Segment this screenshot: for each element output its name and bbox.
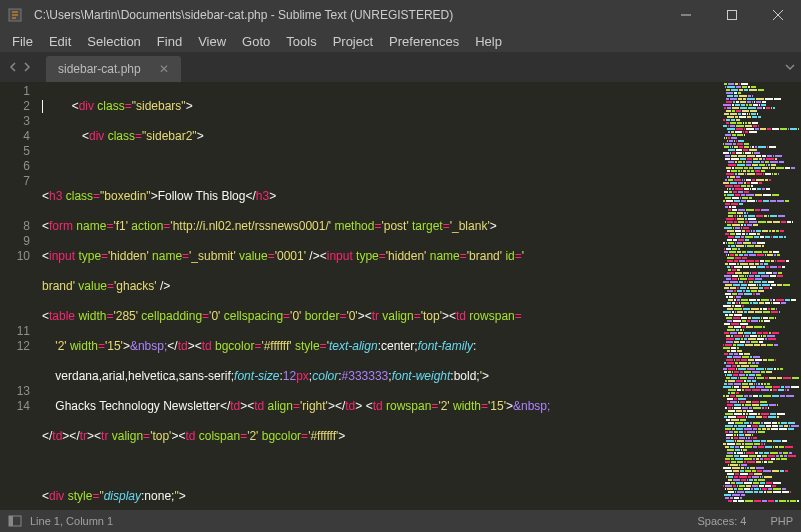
menu-help[interactable]: Help (467, 32, 510, 51)
app-icon (0, 7, 30, 23)
menu-find[interactable]: Find (149, 32, 190, 51)
window-title: C:\Users\Martin\Documents\sidebar-cat.ph… (30, 8, 663, 22)
minimap[interactable] (721, 82, 801, 510)
tabstrip: sidebar-cat.php ✕ (0, 52, 801, 82)
line-gutter: 1234567891011121314 (0, 82, 42, 510)
menubar: File Edit Selection Find View Goto Tools… (0, 30, 801, 52)
minimize-button[interactable] (663, 0, 709, 30)
menu-project[interactable]: Project (325, 32, 381, 51)
cursor-position[interactable]: Line 1, Column 1 (30, 515, 113, 527)
tab-close-button[interactable]: ✕ (159, 62, 169, 76)
tab-label: sidebar-cat.php (58, 62, 141, 76)
tab-prev-button[interactable] (6, 58, 20, 76)
syntax-setting[interactable]: PHP (770, 515, 793, 527)
tab-next-button[interactable] (20, 58, 34, 76)
menu-selection[interactable]: Selection (79, 32, 148, 51)
menu-file[interactable]: File (4, 32, 41, 51)
cursor (42, 100, 43, 113)
statusbar: Line 1, Column 1 Spaces: 4 PHP (0, 510, 801, 532)
menu-view[interactable]: View (190, 32, 234, 51)
svg-rect-1 (728, 11, 737, 20)
menu-tools[interactable]: Tools (278, 32, 324, 51)
close-button[interactable] (755, 0, 801, 30)
titlebar: C:\Users\Martin\Documents\sidebar-cat.ph… (0, 0, 801, 30)
code-area[interactable]: <div class="sidebars"> <div class="sideb… (42, 82, 721, 510)
indent-setting[interactable]: Spaces: 4 (697, 515, 746, 527)
svg-rect-3 (9, 516, 13, 526)
tab-overflow-button[interactable] (785, 58, 795, 76)
editor[interactable]: 1234567891011121314 <div class="sidebars… (0, 82, 801, 510)
tab-active[interactable]: sidebar-cat.php ✕ (46, 56, 181, 82)
menu-goto[interactable]: Goto (234, 32, 278, 51)
sidebar-toggle-icon[interactable] (8, 514, 22, 528)
menu-preferences[interactable]: Preferences (381, 32, 467, 51)
menu-edit[interactable]: Edit (41, 32, 79, 51)
maximize-button[interactable] (709, 0, 755, 30)
